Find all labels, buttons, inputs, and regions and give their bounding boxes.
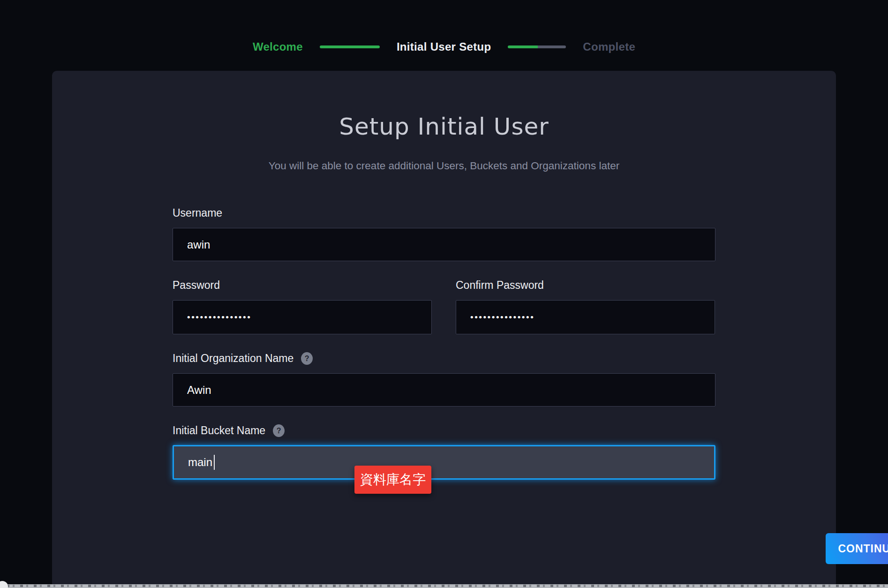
continue-button[interactable]: CONTINUE [826, 533, 888, 564]
initial-user-form: Username Password Confirm Password Initi… [173, 71, 715, 588]
wizard-stepper: Welcome Initial User Setup Complete [0, 40, 888, 53]
background-window-edge [0, 584, 888, 588]
onboarding-screen: Welcome Initial User Setup Complete Setu… [0, 0, 888, 588]
question-mark-icon[interactable]: ? [301, 352, 313, 365]
username-input[interactable] [173, 228, 715, 261]
step-welcome: Welcome [253, 40, 303, 53]
annotation-tooltip: 資料庫名字 [354, 466, 431, 494]
password-input[interactable] [173, 300, 432, 334]
setup-card: Setup Initial User You will be able to c… [52, 71, 836, 588]
step-progress-line-done [320, 45, 380, 48]
password-label: Password [173, 279, 220, 292]
bucket-input[interactable]: main [173, 445, 715, 480]
question-mark-icon[interactable]: ? [273, 424, 285, 437]
username-label: Username [173, 207, 222, 219]
step-initial-user-setup: Initial User Setup [397, 40, 491, 53]
confirm-password-label: Confirm Password [456, 279, 544, 292]
bucket-input-value: main [188, 456, 212, 469]
confirm-password-input[interactable] [456, 300, 715, 334]
organization-input[interactable] [173, 373, 715, 407]
background-window-text-sliver [7, 585, 888, 587]
step-progress-line-partial [508, 45, 566, 48]
corner-cursor-artifact [0, 581, 8, 588]
bucket-label: Initial Bucket Name ? [173, 424, 285, 437]
organization-label: Initial Organization Name ? [173, 352, 313, 365]
text-cursor-caret [214, 455, 215, 470]
step-complete: Complete [583, 40, 635, 53]
